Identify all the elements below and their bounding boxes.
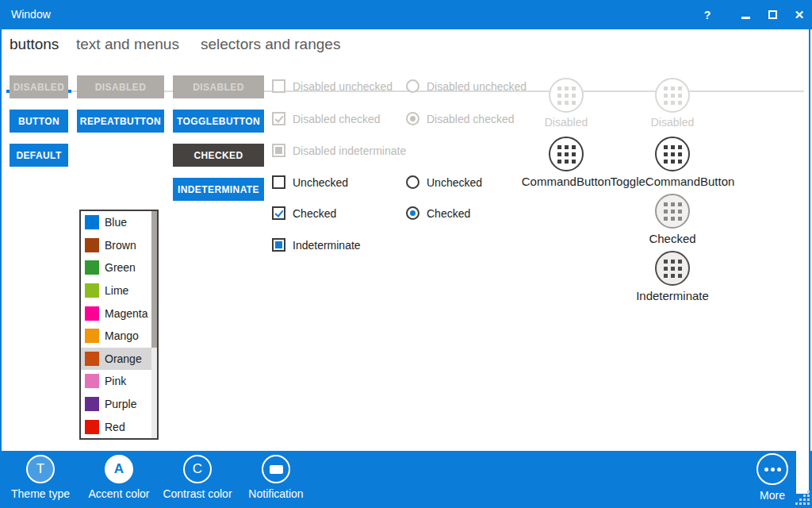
list-item-label: Green: [105, 261, 136, 274]
ellipsis-icon: [756, 453, 788, 485]
list-item-red[interactable]: Red: [81, 415, 151, 438]
checkbox-indeterminate-icon: [272, 144, 285, 157]
togglebutton-disabled: DISABLED: [173, 75, 264, 98]
scrollbar-thumb[interactable]: [151, 211, 157, 348]
appbar-accent-color-button[interactable]: A Accent color: [79, 455, 159, 500]
color-swatch: [85, 306, 99, 321]
grid-icon[interactable]: [549, 137, 584, 171]
repeatbutton[interactable]: REPEATBUTTON: [77, 110, 164, 133]
appbar-contrast-color-button[interactable]: C Contrast color: [158, 455, 237, 500]
list-item-label: Red: [105, 421, 125, 433]
list-item-lime[interactable]: Lime: [81, 279, 151, 302]
togglecommandbutton[interactable]: ToggleCommandButton: [585, 137, 760, 188]
commandbutton-label: Indeterminate: [585, 289, 760, 302]
appbar-theme-type-button[interactable]: T Theme type: [1, 455, 80, 500]
checkbox-icon[interactable]: [272, 175, 285, 189]
help-button[interactable]: ?: [696, 0, 718, 29]
checkbox-label: Disabled checked: [293, 113, 381, 125]
button-default[interactable]: DEFAULT: [10, 144, 68, 167]
commandbutton-label: Checked: [585, 232, 760, 245]
checkbox-checked[interactable]: Checked: [272, 206, 336, 220]
checkbox-label: Indeterminate: [293, 239, 361, 252]
grid-icon[interactable]: [655, 137, 690, 171]
checkbox-disabled-unchecked: Disabled unchecked: [272, 79, 393, 93]
togglecommandbutton-disabled: Disabled: [585, 78, 760, 129]
appbar-label: Theme type: [1, 487, 80, 500]
grid-icon[interactable]: [655, 194, 690, 229]
togglebutton[interactable]: TOGGLEBUTTON: [173, 110, 264, 133]
titlebar: Window ? ✕: [0, 0, 812, 29]
appbar-notification-button[interactable]: Notification: [236, 455, 316, 500]
checkbox-disabled-checked: Disabled checked: [272, 112, 381, 125]
maximize-button[interactable]: [761, 0, 783, 29]
resize-grip-icon: [795, 491, 798, 493]
commandbutton-label: Disabled: [585, 116, 760, 129]
list-item-brown[interactable]: Brown: [81, 234, 151, 257]
list-item-label: Mango: [105, 329, 139, 342]
color-swatch: [85, 260, 99, 275]
tab-selectors-and-ranges[interactable]: selectors and ranges: [201, 36, 340, 53]
radio-icon[interactable]: [406, 175, 419, 189]
button-normal[interactable]: BUTTON: [10, 110, 68, 133]
radio-unchecked[interactable]: Unchecked: [406, 175, 482, 189]
window-title: Window: [11, 0, 51, 29]
list-item-label: Pink: [105, 375, 126, 387]
radio-label: Unchecked: [427, 176, 482, 189]
tab-buttons[interactable]: buttons: [10, 36, 59, 53]
togglebutton-indeterminate[interactable]: INDETERMINATE: [173, 178, 264, 201]
list-item-orange-selected[interactable]: Orange: [81, 348, 151, 371]
color-list-items: Blue Brown Green Lime Magenta Mango Oran…: [81, 211, 151, 438]
tab-text-and-menus[interactable]: text and menus: [76, 36, 179, 53]
checkbox-checked-icon[interactable]: [272, 206, 285, 220]
notification-icon: [262, 455, 290, 483]
list-item-purple[interactable]: Purple: [81, 393, 151, 416]
checkbox-label: Unchecked: [293, 176, 348, 189]
color-swatch: [85, 329, 99, 343]
togglecommandbutton-indeterminate[interactable]: Indeterminate: [585, 251, 760, 302]
checkbox-unchecked[interactable]: Unchecked: [272, 175, 348, 189]
resize-grip[interactable]: [795, 491, 810, 505]
appbar-label: Accent color: [79, 487, 159, 500]
list-item-magenta[interactable]: Magenta: [81, 302, 151, 325]
window-left-border: [0, 29, 2, 451]
listbox-scrollbar[interactable]: [151, 211, 157, 438]
window-right-border: [809, 29, 810, 451]
checkbox-indeterminate[interactable]: Indeterminate: [272, 238, 361, 252]
radio-label: Checked: [427, 207, 470, 220]
togglebutton-checked[interactable]: CHECKED: [173, 144, 264, 167]
minimize-icon: [741, 17, 750, 19]
checkbox-label: Disabled indeterminate: [293, 144, 406, 157]
togglecommandbutton-checked[interactable]: Checked: [585, 194, 760, 245]
checkbox-disabled-indeterminate: Disabled indeterminate: [272, 144, 406, 157]
list-item-mango[interactable]: Mango: [81, 325, 151, 348]
color-swatch: [85, 374, 99, 388]
checkbox-indeterminate-icon[interactable]: [272, 238, 285, 252]
list-item-label: Blue: [105, 216, 127, 229]
minimize-button[interactable]: [734, 0, 756, 29]
maximize-icon: [768, 10, 777, 19]
list-item-pink[interactable]: Pink: [81, 370, 151, 393]
color-swatch: [85, 352, 99, 366]
contrast-color-icon: C: [183, 455, 212, 483]
list-item-label: Orange: [105, 352, 142, 365]
color-swatch: [85, 397, 99, 411]
close-button[interactable]: ✕: [788, 0, 810, 29]
grid-icon[interactable]: [655, 251, 690, 286]
grid-icon: [655, 78, 690, 113]
radio-checked-icon[interactable]: [406, 206, 419, 220]
button-disabled-1: DISABLED: [10, 75, 68, 98]
radio-checked-icon: [406, 112, 419, 125]
appbar-label: Contrast color: [158, 487, 237, 500]
list-item-green[interactable]: Green: [81, 256, 151, 279]
repeatbutton-disabled: DISABLED: [77, 75, 164, 98]
list-item-label: Purple: [105, 398, 136, 410]
appbar-label: Notification: [236, 487, 316, 500]
color-swatch: [85, 420, 99, 434]
list-item-blue[interactable]: Blue: [81, 211, 151, 234]
color-swatch: [85, 215, 99, 229]
commandbutton-label: ToggleCommandButton: [585, 175, 760, 188]
list-item-label: Brown: [105, 239, 136, 252]
appbar-right-notch: [796, 451, 809, 494]
radio-checked[interactable]: Checked: [406, 206, 470, 220]
color-swatch: [85, 238, 99, 252]
